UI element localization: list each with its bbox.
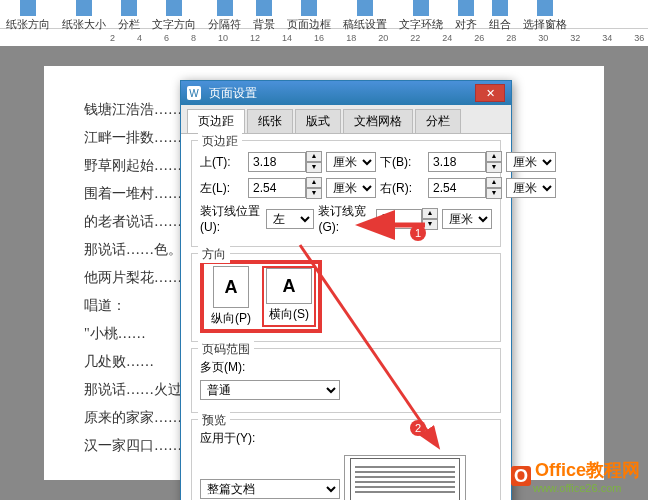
text-dir-icon [166, 0, 182, 16]
spin-buttons[interactable]: ▲▼ [422, 208, 438, 230]
ribbon-item[interactable]: 纸张大小 [60, 0, 108, 32]
close-button[interactable]: ✕ [475, 84, 505, 102]
tab-grid[interactable]: 文档网格 [343, 109, 413, 133]
breaks-icon [217, 0, 233, 16]
annotation-badge-2: 2 [410, 420, 426, 436]
ribbon: 纸张方向 纸张大小 分栏 文字方向 分隔符 背景 页面边框 稿纸设置 文字环绕 … [0, 0, 648, 29]
top-unit[interactable]: 厘米 [326, 152, 376, 172]
ribbon-item[interactable]: 文字环绕 [397, 0, 445, 32]
right-input[interactable] [428, 178, 486, 198]
tab-paper[interactable]: 纸张 [247, 109, 293, 133]
orientation-group: 方向 A 纵向(P) A 横向(S) [191, 253, 501, 342]
page-setup-dialog: W 页面设置 ✕ 页边距 纸张 版式 文档网格 分栏 页边距 上(T): ▲▼ … [180, 80, 512, 500]
dialog-tabs: 页边距 纸张 版式 文档网格 分栏 [181, 105, 511, 133]
bg-icon [256, 0, 272, 16]
bottom-input[interactable] [428, 152, 486, 172]
right-label: 右(R): [380, 180, 424, 197]
landscape-option[interactable]: A 横向(S) [262, 266, 316, 327]
apply-to-label: 应用于(Y): [200, 430, 255, 447]
right-unit[interactable]: 厘米 [506, 178, 556, 198]
left-unit[interactable]: 厘米 [326, 178, 376, 198]
preview-group: 预览 应用于(Y): 整篇文档 [191, 419, 501, 500]
watermark-brand: Office教程网 [535, 458, 640, 482]
grid-icon [357, 0, 373, 16]
portrait-option[interactable]: A 纵向(P) [206, 266, 256, 327]
apply-to-select[interactable]: 整篇文档 [200, 479, 340, 499]
group-icon [492, 0, 508, 16]
page-size-icon [76, 0, 92, 16]
spin-buttons[interactable]: ▲▼ [486, 151, 502, 173]
align-icon [458, 0, 474, 16]
ribbon-item[interactable]: 分隔符 [206, 0, 243, 32]
watermark-url: www.office26.com [533, 482, 640, 494]
multipage-label: 多页(M): [200, 359, 245, 376]
wrap-icon [413, 0, 429, 16]
portrait-label: 纵向(P) [211, 310, 251, 327]
left-input[interactable] [248, 178, 306, 198]
ribbon-item[interactable]: 对齐 [453, 0, 479, 32]
spin-buttons[interactable]: ▲▼ [486, 177, 502, 199]
ribbon-item[interactable]: 稿纸设置 [341, 0, 389, 32]
left-label: 左(L): [200, 180, 244, 197]
group-legend: 页边距 [198, 133, 242, 150]
gutter-width-unit[interactable]: 厘米 [442, 209, 492, 229]
watermark: O Office教程网 www.office26.com [511, 458, 640, 494]
group-legend: 方向 [198, 246, 230, 263]
margins-group: 页边距 上(T): ▲▼ 厘米 下(B): ▲▼ 厘米 左(L): ▲▼ 厘米 … [191, 140, 501, 247]
gutter-width-label: 装订线宽(G): [318, 203, 372, 234]
ribbon-item[interactable]: 分栏 [116, 0, 142, 32]
group-legend: 预览 [198, 412, 230, 429]
orientation-highlight: A 纵向(P) A 横向(S) [200, 260, 322, 333]
columns-icon [121, 0, 137, 16]
gutter-pos-select[interactable]: 左 [266, 209, 314, 229]
app-icon: W [187, 86, 201, 100]
page-orient-icon [20, 0, 36, 16]
office-logo-icon: O [511, 466, 531, 486]
top-input[interactable] [248, 152, 306, 172]
top-label: 上(T): [200, 154, 244, 171]
landscape-label: 横向(S) [269, 306, 309, 323]
preview-box [344, 455, 466, 500]
border-icon [301, 0, 317, 16]
ribbon-item[interactable]: 纸张方向 [4, 0, 52, 32]
tab-margins[interactable]: 页边距 [187, 109, 245, 133]
bottom-label: 下(B): [380, 154, 424, 171]
multipage-select[interactable]: 普通 [200, 380, 340, 400]
ribbon-item[interactable]: 组合 [487, 0, 513, 32]
portrait-icon: A [213, 266, 249, 308]
tab-columns[interactable]: 分栏 [415, 109, 461, 133]
ribbon-item[interactable]: 选择窗格 [521, 0, 569, 32]
gutter-pos-label: 装订线位置(U): [200, 203, 262, 234]
ribbon-item[interactable]: 文字方向 [150, 0, 198, 32]
spin-buttons[interactable]: ▲▼ [306, 151, 322, 173]
dialog-title: 页面设置 [209, 85, 257, 102]
group-legend: 页码范围 [198, 341, 254, 358]
landscape-icon: A [266, 268, 312, 304]
spin-buttons[interactable]: ▲▼ [306, 177, 322, 199]
dialog-titlebar[interactable]: W 页面设置 ✕ [181, 81, 511, 105]
tab-layout[interactable]: 版式 [295, 109, 341, 133]
preview-page-icon [350, 458, 460, 500]
ribbon-item[interactable]: 背景 [251, 0, 277, 32]
multipage-group: 页码范围 多页(M): 普通 [191, 348, 501, 413]
annotation-badge-1: 1 [410, 225, 426, 241]
bottom-unit[interactable]: 厘米 [506, 152, 556, 172]
ribbon-item[interactable]: 页面边框 [285, 0, 333, 32]
select-pane-icon [537, 0, 553, 16]
